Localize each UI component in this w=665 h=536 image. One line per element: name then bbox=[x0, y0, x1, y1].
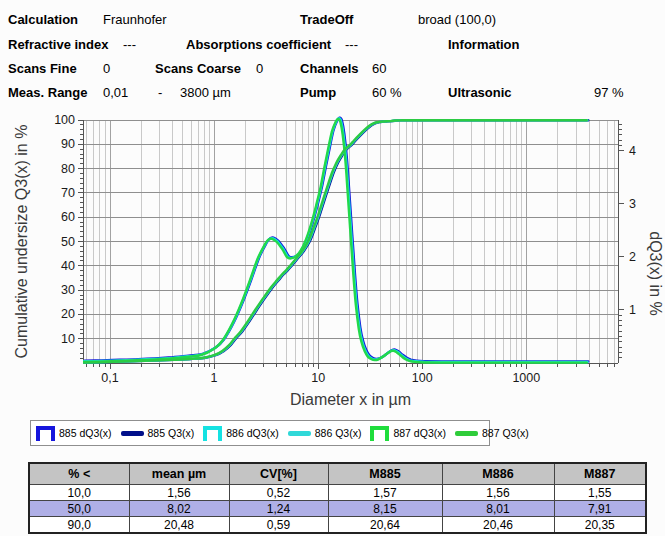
x-tick-label: 0,1 bbox=[101, 371, 118, 385]
legend-item-label: 886 Q3(x) bbox=[315, 427, 362, 439]
cell: 0,59 bbox=[229, 517, 328, 534]
histogram-swatch-icon bbox=[36, 426, 55, 441]
cell: 1,56 bbox=[129, 485, 229, 501]
y-left-tick-label: 70 bbox=[61, 186, 75, 200]
legend-item-label: 885 Q3(x) bbox=[148, 427, 195, 439]
particle-size-analysis-report: CalculationFraunhoferTradeOffbroad (100,… bbox=[0, 0, 665, 536]
header-tradeoff-label: TradeOff bbox=[300, 12, 353, 27]
y-right-tick-label: 1 bbox=[629, 303, 636, 317]
header-refractive-index-label: Refractive index bbox=[8, 37, 108, 52]
header-pump-label: Pump bbox=[300, 85, 336, 100]
y-right-tick-label: 2 bbox=[629, 250, 636, 264]
legend-item-887-dq3[interactable]: 887 dQ3(x) bbox=[370, 426, 446, 441]
y-left-tick-label: 10 bbox=[61, 332, 75, 346]
column-header: M886 bbox=[442, 463, 554, 485]
column-header: CV[%] bbox=[229, 463, 328, 485]
header-meas-range-max: 3800 µm bbox=[180, 85, 231, 100]
y-left-tick-label: 60 bbox=[61, 210, 75, 224]
cell: 50,0 bbox=[29, 501, 129, 517]
x-tick-label: 10 bbox=[311, 371, 325, 385]
header-refractive-index-value: --- bbox=[123, 37, 136, 52]
header-scans-fine-label: Scans Fine bbox=[8, 61, 77, 76]
y-right-tick-label: 4 bbox=[629, 144, 636, 158]
cell: 1,56 bbox=[442, 485, 554, 501]
x-tick-label: 100 bbox=[412, 371, 433, 385]
legend-item-887-q3[interactable]: 887 Q3(x) bbox=[455, 427, 529, 439]
histogram-swatch-icon bbox=[370, 426, 389, 441]
y-left-tick-label: 40 bbox=[61, 259, 75, 273]
percentile-table: % < mean µm CV[%] M885 M886 M887 10,0 1,… bbox=[28, 462, 647, 534]
column-header: % < bbox=[29, 463, 129, 485]
line-swatch-icon bbox=[455, 431, 478, 436]
line-swatch-icon bbox=[288, 431, 311, 436]
chart-curves bbox=[83, 118, 588, 363]
cell: 8,15 bbox=[328, 501, 442, 517]
column-header: M887 bbox=[554, 463, 646, 485]
y-left-tick-label: 20 bbox=[61, 307, 75, 321]
cell: 90,0 bbox=[29, 517, 129, 534]
column-header: mean µm bbox=[129, 463, 229, 485]
header-information-label: Information bbox=[448, 37, 520, 52]
cell: 20,48 bbox=[129, 517, 229, 534]
legend-item-label: 886 dQ3(x) bbox=[226, 427, 279, 439]
line-swatch-icon bbox=[121, 431, 144, 436]
header-absorptions-coefficient-label: Absorptions coefficient bbox=[186, 37, 331, 52]
legend-item-label: 885 dQ3(x) bbox=[59, 427, 112, 439]
y-left-axis-title: Cumulative undersize Q3(x) in % bbox=[13, 125, 30, 359]
header-calculation-value: Fraunhofer bbox=[103, 12, 167, 27]
cell: 20,64 bbox=[328, 517, 442, 534]
legend-item-885-dq3[interactable]: 885 dQ3(x) bbox=[36, 426, 112, 441]
header-calculation-label: Calculation bbox=[8, 12, 78, 27]
chart-legend: 885 dQ3(x) 885 Q3(x) 886 dQ3(x) 886 Q3(x… bbox=[30, 420, 490, 446]
y-right-axis-title: dQ3(x) in % bbox=[647, 231, 664, 315]
header-scans-fine-value: 0 bbox=[103, 61, 110, 76]
y-left-tick-label: 50 bbox=[61, 235, 75, 249]
table-row[interactable]: 50,0 8,02 1,24 8,15 8,01 7,91 bbox=[29, 501, 646, 517]
header-channels-label: Channels bbox=[300, 61, 359, 76]
cell: 1,57 bbox=[328, 485, 442, 501]
cell: 20,46 bbox=[442, 517, 554, 534]
header-scans-coarse-value: 0 bbox=[256, 61, 263, 76]
header-ultrasonic-label: Ultrasonic bbox=[448, 85, 512, 100]
cell: 1,55 bbox=[554, 485, 646, 501]
table-row[interactable]: 90,0 20,48 0,59 20,64 20,46 20,35 bbox=[29, 517, 646, 534]
y-left-tick-label: 90 bbox=[61, 137, 75, 151]
x-tick-label: 1000 bbox=[512, 371, 540, 385]
legend-item-label: 887 Q3(x) bbox=[482, 427, 529, 439]
x-axis-title: Diameter x in µm bbox=[290, 391, 411, 408]
legend-item-886-q3[interactable]: 886 Q3(x) bbox=[288, 427, 362, 439]
cell: 8,01 bbox=[442, 501, 554, 517]
cell: 7,91 bbox=[554, 501, 646, 517]
header-meas-range-separator: - bbox=[158, 85, 162, 100]
header-channels-value: 60 bbox=[372, 61, 386, 76]
legend-item-label: 887 dQ3(x) bbox=[393, 427, 446, 439]
distribution-chart: 1020304050607080901000,111010010001234Cu… bbox=[0, 110, 665, 415]
cell: 0,52 bbox=[229, 485, 328, 501]
cell: 1,24 bbox=[229, 501, 328, 517]
cell: 20,35 bbox=[554, 517, 646, 534]
header-absorptions-coefficient-value: --- bbox=[345, 37, 358, 52]
header-tradeoff-value: broad (100,0) bbox=[418, 12, 496, 27]
y-left-tick-label: 30 bbox=[61, 283, 75, 297]
header-pump-value: 60 % bbox=[372, 85, 402, 100]
header-meas-range-label: Meas. Range bbox=[8, 85, 87, 100]
cell: 10,0 bbox=[29, 485, 129, 501]
table-row[interactable]: 10,0 1,56 0,52 1,57 1,56 1,55 bbox=[29, 485, 646, 501]
legend-item-885-q3[interactable]: 885 Q3(x) bbox=[121, 427, 195, 439]
column-header: M885 bbox=[328, 463, 442, 485]
y-left-tick-label: 100 bbox=[54, 113, 75, 127]
table-header-row: % < mean µm CV[%] M885 M886 M887 bbox=[29, 463, 646, 485]
x-tick-label: 1 bbox=[211, 371, 218, 385]
y-left-tick-label: 80 bbox=[61, 162, 75, 176]
legend-item-886-dq3[interactable]: 886 dQ3(x) bbox=[203, 426, 279, 441]
histogram-swatch-icon bbox=[203, 426, 222, 441]
header-scans-coarse-label: Scans Coarse bbox=[155, 61, 241, 76]
header-ultrasonic-value: 97 % bbox=[594, 85, 624, 100]
y-right-tick-label: 3 bbox=[629, 197, 636, 211]
header-meas-range-min: 0,01 bbox=[103, 85, 128, 100]
series-curve-887-dq3 bbox=[83, 119, 587, 363]
cell: 8,02 bbox=[129, 501, 229, 517]
